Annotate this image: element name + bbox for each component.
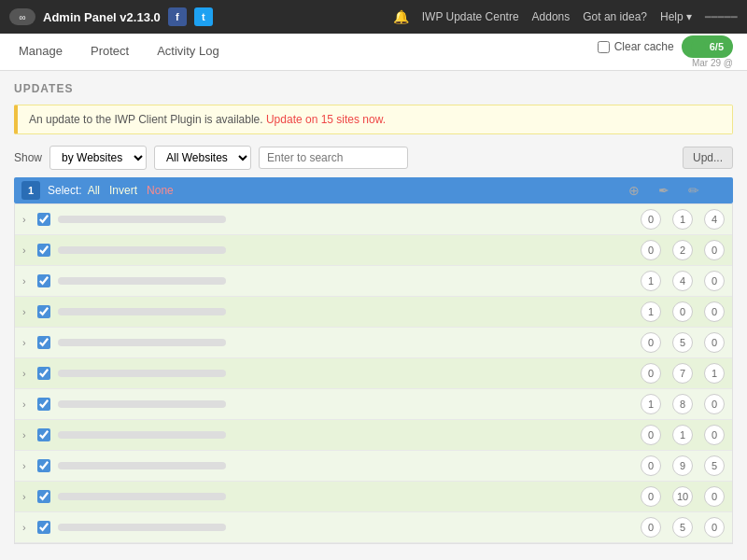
- row-expand-icon[interactable]: ›: [22, 368, 32, 379]
- wp-count: 0: [641, 425, 661, 445]
- nav-activity-log[interactable]: Activity Log: [152, 35, 223, 69]
- update-all-button[interactable]: Upd...: [683, 147, 733, 169]
- twitter-icon[interactable]: t: [194, 7, 213, 26]
- site-name: [58, 431, 226, 439]
- top-nav-left: ∞ Admin Panel v2.13.0 f t: [9, 7, 213, 26]
- row-counts: 0 9 5: [641, 455, 725, 476]
- wp-count: 1: [641, 271, 661, 291]
- by-websites-select[interactable]: by Websites: [49, 146, 147, 170]
- row-checkbox[interactable]: [37, 367, 50, 380]
- row-checkbox[interactable]: [37, 244, 50, 257]
- secondary-nav-left: Manage Protect Activity Log: [14, 35, 224, 69]
- theme-count: 0: [704, 486, 725, 507]
- nav-protect[interactable]: Protect: [86, 35, 134, 69]
- section-title: UPDATES: [14, 82, 733, 95]
- wp-count: 0: [641, 363, 661, 384]
- row-expand-icon[interactable]: ›: [22, 429, 32, 441]
- filter-row: Show by Websites All Websites Upd...: [14, 146, 733, 170]
- notification-bell-icon[interactable]: 🔔: [393, 9, 409, 24]
- wp-count: 0: [641, 332, 661, 353]
- select-none-link[interactable]: None: [147, 184, 174, 197]
- plugin-count: 10: [672, 486, 693, 507]
- wordpress-col-icon: ⊕: [628, 183, 640, 198]
- theme-count: 0: [704, 394, 725, 414]
- row-checkbox[interactable]: [37, 398, 50, 411]
- secondary-nav: Manage Protect Activity Log Clear cache …: [0, 34, 747, 71]
- page-content: UPDATES An update to the IWP Client Plug…: [0, 71, 747, 555]
- app-logo: ∞: [9, 8, 35, 25]
- table-row: › 0 1 4: [15, 204, 732, 235]
- alert-text: An update to the IWP Client Plugin is av…: [29, 113, 263, 126]
- row-checkbox[interactable]: [37, 213, 50, 226]
- row-checkbox[interactable]: [37, 521, 50, 534]
- theme-count: 0: [704, 271, 725, 291]
- site-name: [58, 462, 226, 469]
- plugin-col-icon: ✒: [658, 183, 669, 198]
- row-counts: 0 5 0: [641, 517, 725, 538]
- row-counts: 1 8 0: [641, 394, 725, 414]
- site-name: [58, 493, 226, 500]
- nav-got-idea[interactable]: Got an idea?: [583, 10, 647, 23]
- table-row: › 0 7 1: [15, 358, 732, 389]
- plugin-count: 1: [672, 425, 693, 445]
- row-expand-icon[interactable]: ›: [22, 522, 32, 533]
- row-expand-icon[interactable]: ›: [22, 214, 32, 225]
- theme-count: 4: [704, 209, 725, 230]
- show-label: Show: [14, 151, 42, 164]
- row-checkbox[interactable]: [37, 336, 50, 349]
- alert-link[interactable]: Update on 15 sites now.: [266, 113, 386, 126]
- row-checkbox[interactable]: [37, 490, 50, 503]
- plugin-count: 5: [672, 517, 693, 538]
- select-label: Select:: [48, 184, 82, 197]
- site-name: [58, 216, 226, 223]
- row-expand-icon[interactable]: ›: [22, 491, 32, 502]
- row-expand-icon[interactable]: ›: [22, 306, 32, 317]
- table-row: › 1 4 0: [15, 266, 732, 297]
- select-all-link[interactable]: All: [88, 184, 100, 197]
- plugin-count: 2: [672, 240, 693, 260]
- clear-cache-checkbox[interactable]: [598, 41, 610, 53]
- nav-help[interactable]: Help ▾: [660, 10, 692, 23]
- wp-count: 1: [641, 394, 661, 414]
- update-button[interactable]: 6/5: [682, 35, 733, 58]
- alert-banner: An update to the IWP Client Plugin is av…: [14, 105, 733, 134]
- row-checkbox[interactable]: [37, 305, 50, 318]
- plugin-count: 5: [672, 332, 693, 353]
- row-checkbox[interactable]: [37, 274, 50, 287]
- page-badge: 1: [21, 181, 40, 200]
- row-counts: 0 7 1: [641, 363, 725, 384]
- wp-count: 0: [641, 209, 661, 230]
- row-counts: 0 10 0: [641, 486, 725, 507]
- select-invert-link[interactable]: Invert: [109, 184, 137, 197]
- plugin-count: 0: [672, 301, 693, 322]
- row-counts: 0 1 0: [641, 425, 725, 445]
- app-title: Admin Panel v2.13.0: [43, 10, 161, 24]
- secondary-nav-right: Clear cache 6/5 Mar 29 @: [598, 35, 733, 68]
- site-name: [58, 524, 226, 531]
- row-checkbox[interactable]: [37, 428, 50, 441]
- theme-count: 0: [704, 517, 725, 538]
- row-expand-icon[interactable]: ›: [22, 337, 32, 348]
- row-counts: 1 4 0: [641, 271, 725, 291]
- clear-cache-label: Clear cache: [598, 40, 674, 53]
- wp-count: 1: [641, 301, 661, 322]
- nav-iwp-update-centre[interactable]: IWP Update Centre: [422, 10, 519, 23]
- nav-manage[interactable]: Manage: [14, 35, 67, 69]
- row-expand-icon[interactable]: ›: [22, 399, 32, 410]
- theme-count: 0: [704, 425, 725, 445]
- row-expand-icon[interactable]: ›: [22, 245, 32, 256]
- facebook-icon[interactable]: f: [168, 7, 187, 26]
- row-checkbox[interactable]: [37, 459, 50, 472]
- wp-count: 0: [641, 517, 661, 538]
- nav-addons[interactable]: Addons: [532, 10, 571, 23]
- theme-col-icon: ✏: [688, 183, 699, 198]
- site-name: [58, 400, 226, 408]
- date-display: Mar 29 @: [692, 58, 733, 68]
- column-icons: ⊕ ✒ ✏: [628, 183, 726, 198]
- search-input[interactable]: [259, 147, 408, 169]
- all-websites-select[interactable]: All Websites: [154, 146, 251, 170]
- plugin-count: 4: [672, 271, 693, 291]
- sites-table: › 0 1 4 › 0 2 0 › 1 4 0: [14, 203, 733, 544]
- row-expand-icon[interactable]: ›: [22, 460, 32, 471]
- row-expand-icon[interactable]: ›: [22, 275, 32, 287]
